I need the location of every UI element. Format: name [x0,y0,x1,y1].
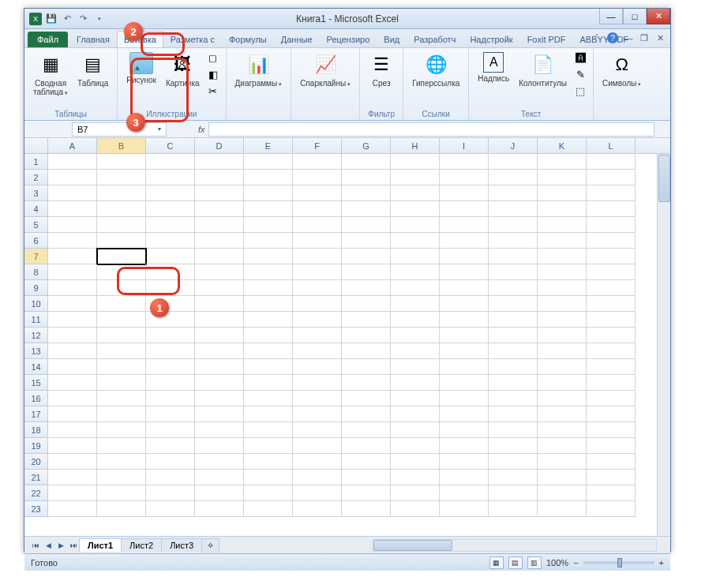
cell-J21[interactable] [489,470,538,485]
cell-C7[interactable] [146,249,195,264]
cell-K5[interactable] [538,217,587,233]
cell-F5[interactable] [293,217,342,233]
minimize-ribbon-button[interactable]: ˆ [591,32,602,43]
cell-L4[interactable] [587,201,636,217]
cell-G18[interactable] [342,422,391,438]
cell-F7[interactable] [293,249,342,264]
cell-D15[interactable] [195,375,244,391]
cell-J17[interactable] [489,406,538,422]
cell-D21[interactable] [195,470,244,485]
redo-button[interactable]: ↷ [77,13,89,25]
cell-C20[interactable] [146,454,195,470]
cell-J9[interactable] [489,280,538,296]
slicer-button[interactable]: ☰ Срез [365,50,398,90]
cell-F10[interactable] [293,296,342,312]
cell-F22[interactable] [293,485,342,501]
picture-button[interactable]: ● ▲ Рисунок [122,50,160,87]
cell-E18[interactable] [244,422,293,438]
cell-E16[interactable] [244,391,293,406]
row-header-16[interactable]: 16 [24,391,48,406]
cell-I8[interactable] [440,264,489,280]
cell-B15[interactable] [97,375,146,391]
hyperlink-button[interactable]: 🌐 Гиперссылка [408,50,463,90]
sheet-nav-next[interactable]: ▶ [54,539,67,552]
row-header-9[interactable]: 9 [24,280,48,296]
cell-H13[interactable] [391,343,440,359]
cell-F6[interactable] [293,233,342,249]
col-header-E[interactable]: E [244,138,293,153]
cell-K8[interactable] [538,264,587,280]
cell-G2[interactable] [342,170,391,185]
cell-F3[interactable] [293,185,342,201]
cell-K23[interactable] [538,501,587,517]
cell-B10[interactable] [97,296,146,312]
cell-C14[interactable] [146,359,195,375]
table-button[interactable]: ▤ Таблица [73,50,112,90]
cell-H14[interactable] [391,359,440,375]
new-sheet-button[interactable]: ✧ [201,538,219,552]
shapes-button[interactable]: ◻ [205,50,221,66]
cell-E5[interactable] [244,217,293,233]
cell-E12[interactable] [244,328,293,343]
row-header-20[interactable]: 20 [24,454,48,470]
row-header-10[interactable]: 10 [24,296,48,312]
cell-F15[interactable] [293,375,342,391]
cell-H10[interactable] [391,296,440,312]
cell-F19[interactable] [293,438,342,454]
cell-A23[interactable] [48,501,97,517]
cell-H18[interactable] [391,422,440,438]
cell-J22[interactable] [489,485,538,501]
cell-I14[interactable] [440,359,489,375]
cell-D20[interactable] [195,454,244,470]
cell-L2[interactable] [587,170,636,185]
cell-L3[interactable] [587,185,636,201]
cell-C23[interactable] [146,501,195,517]
cell-D4[interactable] [195,201,244,217]
cell-H11[interactable] [391,312,440,328]
cell-L7[interactable] [587,249,636,264]
cell-K20[interactable] [538,454,587,470]
cell-D2[interactable] [195,170,244,185]
cell-C6[interactable] [146,233,195,249]
zoom-in-button[interactable]: + [659,558,664,567]
smartart-button[interactable]: ◧ [205,66,221,82]
cell-L13[interactable] [587,343,636,359]
col-header-L[interactable]: L [587,138,636,153]
cell-E14[interactable] [244,359,293,375]
cell-L12[interactable] [587,328,636,343]
row-header-11[interactable]: 11 [24,312,48,328]
cell-L21[interactable] [587,470,636,485]
qat-customize-button[interactable] [92,13,105,25]
cell-D9[interactable] [195,280,244,296]
cell-D6[interactable] [195,233,244,249]
cell-L14[interactable] [587,359,636,375]
cell-I13[interactable] [440,343,489,359]
cell-B18[interactable] [97,422,146,438]
cell-D17[interactable] [195,406,244,422]
col-header-F[interactable]: F [293,138,342,153]
cell-K4[interactable] [538,201,587,217]
row-header-1[interactable]: 1 [24,154,48,170]
cell-A20[interactable] [48,454,97,470]
cell-G21[interactable] [342,470,391,485]
cell-A4[interactable] [48,201,97,217]
cell-D14[interactable] [195,359,244,375]
cell-F14[interactable] [293,359,342,375]
cell-A6[interactable] [48,233,97,249]
cell-L9[interactable] [587,280,636,296]
col-header-K[interactable]: K [538,138,587,153]
cell-F21[interactable] [293,470,342,485]
cell-K1[interactable] [538,154,587,170]
cell-F8[interactable] [293,264,342,280]
object-button[interactable]: ⬚ [572,83,588,99]
cell-K3[interactable] [538,185,587,201]
cell-G16[interactable] [342,391,391,406]
cell-D22[interactable] [195,485,244,501]
cell-J3[interactable] [489,185,538,201]
cell-J4[interactable] [489,201,538,217]
sheet-tab-2[interactable]: Лист2 [121,538,162,552]
col-header-G[interactable]: G [342,138,391,153]
row-header-18[interactable]: 18 [24,422,48,438]
cell-L23[interactable] [587,501,636,517]
cell-G7[interactable] [342,249,391,264]
